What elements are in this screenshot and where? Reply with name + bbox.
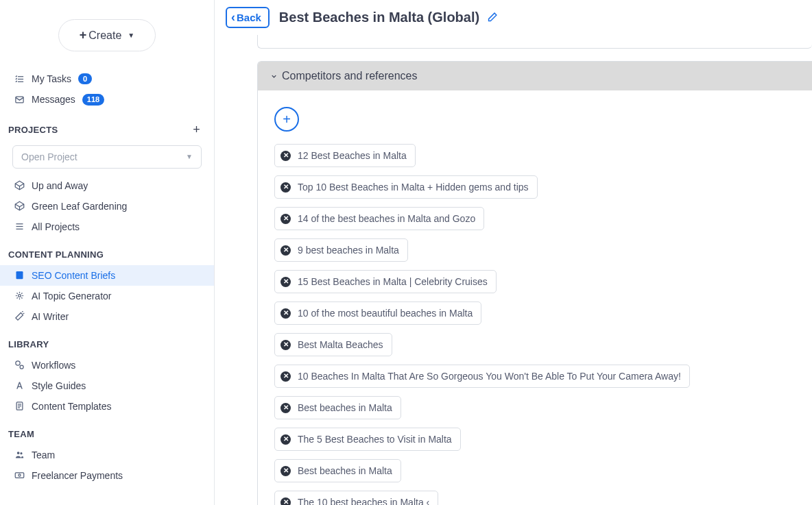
nav-ai-writer-label: AI Writer [32, 311, 69, 322]
font-icon [14, 380, 25, 391]
nav-workflows-label: Workflows [32, 360, 75, 371]
remove-icon[interactable]: ✕ [280, 214, 291, 224]
remove-icon[interactable]: ✕ [280, 308, 291, 319]
create-label: Create [88, 29, 121, 42]
svg-rect-31 [15, 473, 24, 478]
remove-icon[interactable]: ✕ [280, 245, 291, 256]
sparkle-icon [14, 291, 25, 301]
add-competitor-button[interactable]: + [274, 107, 299, 132]
page-title: Best Beaches in Malta (Global) [279, 10, 498, 25]
open-project-select[interactable]: Open Project ▼ [12, 145, 202, 169]
competitor-item[interactable]: ✕Best beaches in Malta [274, 459, 401, 482]
competitor-item[interactable]: ✕10 of the most beautiful beaches in Mal… [274, 301, 481, 325]
competitor-item[interactable]: ✕Best Malta Beaches [274, 333, 392, 356]
nav-seo-briefs[interactable]: SEO Content Briefs [0, 265, 214, 286]
section-header-library: LIBRARY [0, 327, 214, 355]
competitor-item[interactable]: ✕15 Best Beaches in Malta | Celebrity Cr… [274, 270, 497, 293]
competitor-item[interactable]: ✕The 5 Best Beaches to Visit in Malta [274, 428, 461, 451]
nav-seo-briefs-label: SEO Content Briefs [32, 270, 115, 281]
sidebar: + Create ▼ My Tasks 0 Messages 118 PROJE… [0, 0, 215, 505]
remove-icon[interactable]: ✕ [280, 182, 291, 193]
competitor-item[interactable]: ✕9 best beaches in Malta [274, 238, 408, 262]
section-team-label: TEAM [8, 429, 34, 439]
section-header-team: TEAM [0, 417, 214, 445]
svg-point-12 [18, 295, 21, 297]
competitor-item[interactable]: ✕The 10 best beaches in Malta ‹ [274, 491, 438, 505]
remove-icon[interactable]: ✕ [280, 403, 291, 413]
svg-point-23 [15, 361, 19, 365]
competitor-label: Best beaches in Malta [298, 465, 392, 476]
plus-icon: + [283, 112, 291, 127]
competitors-section: Competitors and references + ✕12 Best Be… [257, 61, 812, 505]
nav-style-guides[interactable]: Style Guides [0, 375, 214, 396]
section-library-label: LIBRARY [8, 339, 49, 349]
competitors-list: ✕12 Best Beaches in Malta✕Top 10 Best Be… [274, 144, 796, 505]
remove-icon[interactable]: ✕ [280, 434, 291, 445]
nav-my-tasks[interactable]: My Tasks 0 [0, 69, 214, 89]
open-project-placeholder: Open Project [21, 151, 77, 162]
project-label: Green Leaf Gardening [32, 201, 127, 212]
project-green-leaf[interactable]: Green Leaf Gardening [0, 196, 214, 217]
remove-icon[interactable]: ✕ [280, 151, 291, 161]
plus-icon: + [80, 28, 87, 42]
svg-line-17 [16, 293, 17, 294]
nav-messages[interactable]: Messages 118 [0, 89, 214, 110]
payment-icon [14, 470, 25, 480]
users-icon [14, 449, 25, 460]
nav-templates[interactable]: Content Templates [0, 396, 214, 417]
competitor-label: 9 best beaches in Malta [298, 245, 399, 256]
content-pane: Competitors and references + ✕12 Best Be… [215, 35, 812, 505]
edit-title-button[interactable] [486, 12, 498, 23]
section-header-projects: PROJECTS + [0, 110, 214, 143]
project-all[interactable]: All Projects [0, 217, 214, 237]
competitor-label: Top 10 Best Beaches in Malta + Hidden ge… [298, 182, 529, 193]
nav-freelancer-label: Freelancer Payments [32, 470, 123, 481]
back-label: Back [237, 12, 261, 23]
svg-line-20 [21, 293, 22, 294]
svg-point-24 [20, 365, 23, 369]
competitor-label: 14 of the best beaches in Malta and Gozo [298, 213, 475, 224]
remove-icon[interactable]: ✕ [280, 277, 291, 287]
create-button[interactable]: + Create ▼ [58, 19, 156, 51]
competitors-title: Competitors and references [282, 70, 417, 82]
nav-ai-topic-label: AI Topic Generator [32, 291, 111, 301]
competitor-item[interactable]: ✕14 of the best beaches in Malta and Goz… [274, 207, 484, 230]
add-project-button[interactable]: + [193, 123, 200, 137]
header-bar: ‹ Back Best Beaches in Malta (Global) [215, 0, 812, 35]
remove-icon[interactable]: ✕ [280, 466, 291, 476]
competitor-label: 10 of the most beautiful beaches in Malt… [298, 308, 473, 319]
nav-templates-label: Content Templates [32, 401, 111, 412]
nav-team-label: Team [32, 449, 55, 460]
my-tasks-badge: 0 [78, 73, 92, 84]
nav-team[interactable]: Team [0, 445, 214, 465]
competitor-item[interactable]: ✕Top 10 Best Beaches in Malta + Hidden g… [274, 175, 538, 199]
page-title-text: Best Beaches in Malta (Global) [279, 10, 479, 25]
wand-icon [14, 311, 25, 321]
competitors-accordion-toggle[interactable]: Competitors and references [258, 62, 812, 90]
section-projects-label: PROJECTS [8, 125, 58, 135]
chevron-down-icon [270, 73, 278, 80]
remove-icon[interactable]: ✕ [280, 371, 291, 382]
section-content-planning-label: CONTENT PLANNING [8, 249, 104, 260]
nav-freelancer-payments[interactable]: Freelancer Payments [0, 465, 214, 486]
svg-line-22 [23, 313, 24, 314]
nav-messages-label: Messages [32, 94, 75, 105]
competitor-label: The 10 best beaches in Malta ‹ [298, 497, 429, 505]
competitor-item[interactable]: ✕10 Beaches In Malta That Are So Gorgeou… [274, 365, 690, 388]
nav-ai-writer[interactable]: AI Writer [0, 306, 214, 327]
project-up-and-away[interactable]: Up and Away [0, 175, 214, 196]
competitor-label: 15 Best Beaches in Malta | Celebrity Cru… [298, 276, 488, 287]
competitor-item[interactable]: ✕12 Best Beaches in Malta [274, 144, 416, 167]
chevron-left-icon: ‹ [231, 10, 235, 25]
remove-icon[interactable]: ✕ [280, 340, 291, 350]
nav-workflows[interactable]: Workflows [0, 355, 214, 375]
back-button[interactable]: ‹ Back [226, 7, 270, 28]
svg-point-30 [20, 452, 22, 454]
tasks-icon [14, 74, 25, 84]
remove-icon[interactable]: ✕ [280, 497, 291, 506]
main-content: ‹ Back Best Beaches in Malta (Global) Co… [215, 0, 812, 505]
competitor-label: The 5 Best Beaches to Visit in Malta [298, 434, 452, 445]
nav-ai-topic[interactable]: AI Topic Generator [0, 286, 214, 306]
competitor-item[interactable]: ✕Best beaches in Malta [274, 396, 401, 419]
chevron-down-icon: ▼ [128, 32, 134, 39]
